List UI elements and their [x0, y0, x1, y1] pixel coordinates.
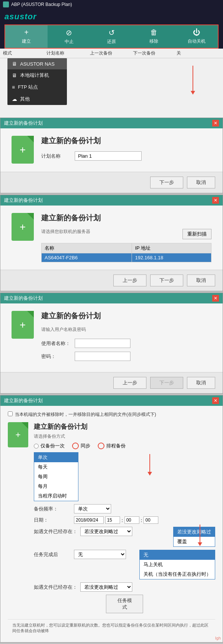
radio-schedule-circle [98, 443, 104, 449]
after-label: 任务完成后 [34, 551, 71, 558]
radio-group: 仅备份一次 同步 排程备份 [34, 443, 215, 449]
password-input[interactable] [75, 352, 130, 361]
exist-opt-overwrite[interactable]: 覆盖 [174, 537, 215, 546]
dropdown-label-asustor: ASUSTOR NAS [20, 61, 55, 67]
dropdown-item-asustor[interactable]: 🖥 ASUSTOR NAS [7, 58, 67, 69]
date-input[interactable] [74, 516, 104, 524]
restore-icon: ↺ [109, 28, 115, 37]
hour-input[interactable] [105, 516, 120, 524]
server-name: AS6404T-F2B6 [42, 253, 132, 262]
freq-opt-weekly[interactable]: 每周 [34, 472, 78, 482]
restore-button[interactable]: ↺ 还原 [90, 25, 133, 48]
freq-opt-daily[interactable]: 每天 [34, 462, 78, 472]
radio-schedule[interactable]: 排程备份 [98, 443, 126, 449]
exist-select[interactable]: 若没更改则略过 [80, 527, 132, 536]
freq-opt-monthly[interactable]: 每月 [34, 482, 78, 491]
exist-row: 如遇文件已经存在： 若没更改则略过 若没更改则略过 覆盖 [34, 527, 215, 547]
exist-opt-skip[interactable]: 若没更改则略过 [174, 527, 215, 537]
plan-label: 计划名称 [41, 153, 71, 160]
dialog1-heading: 建立新的备份计划 [41, 136, 142, 146]
dialog1-cancel-button[interactable]: 取消 [187, 177, 215, 188]
radio-once-input[interactable] [34, 444, 39, 448]
radio-sync[interactable]: 同步 [72, 443, 90, 449]
frequency-select[interactable]: 单次 [74, 504, 111, 513]
logo: asustor [4, 12, 219, 22]
after-opt-none[interactable]: 无 [140, 550, 215, 560]
dropdown-menu: 🖥 ASUSTOR NAS 🖥 本地端计算机 ≡ FTP 站点 ☁ 其他 [7, 58, 67, 105]
remove-button[interactable]: 🗑 移除 [133, 25, 175, 48]
create-button[interactable]: + 建立 [5, 25, 48, 48]
dropdown-item-ftp[interactable]: ≡ FTP 站点 [7, 81, 67, 93]
other-icon: ☁ [12, 96, 17, 102]
after-select[interactable]: 无 [74, 550, 126, 559]
after-field-row: 任务完成后 无 [34, 550, 126, 559]
sec-input[interactable] [143, 516, 158, 524]
rescan-button[interactable]: 重新扫描 [182, 229, 211, 239]
dropdown-item-local[interactable]: 🖥 本地端计算机 [7, 69, 67, 81]
watermark: Igh [215, 636, 221, 640]
dialog2-next-button[interactable]: 下一步 [150, 275, 183, 286]
server-table: 名称 IP 地址 AS6404T-F2B6 192.168.1.18 [41, 243, 211, 262]
dialog2-footer: 上一步 下一步 取消 [0, 270, 223, 291]
server-ip: 192.168.1.18 [132, 253, 211, 262]
dialog-step4: 建立新的备份计划 ✕ 当本机端的文件被移除时，一并移除目的端上相同的文件(在同步… [0, 395, 223, 643]
username-label: 使用者名称： [41, 340, 71, 347]
ftp-icon: ≡ [12, 84, 15, 90]
dialog3-hint: 请输入用户名称及密码 [41, 326, 211, 333]
arrow2-head [198, 542, 202, 546]
remove-label: 移除 [149, 38, 158, 45]
date-label: 日期： [34, 517, 71, 523]
dialog2-cancel-button[interactable]: 取消 [187, 275, 215, 286]
doc4-plus-icon: + [15, 430, 20, 440]
server-row[interactable]: AS6404T-F2B6 192.168.1.18 [42, 253, 211, 262]
sync-checkbox-label: 当本机端的文件被移除时，一并移除目的端上相同的文件(在同步模式下) [15, 411, 156, 418]
dropdown-and-side: 单次 每天 每周 每月 当程序启动时 [34, 452, 215, 501]
sync-checkbox[interactable] [8, 411, 13, 416]
username-input[interactable] [75, 339, 130, 348]
dialog3-titlebar: 建立新的备份计划 ✕ [0, 293, 223, 303]
task-mode-button[interactable]: 任务模式 [106, 595, 143, 613]
frequency-dropdown-open[interactable]: 单次 每天 每周 每月 当程序启动时 [34, 452, 78, 501]
plan-name-row: 计划名称 [41, 151, 142, 161]
password-label: 密码： [41, 353, 71, 360]
dialog1-titlebar: 建立新的备份计划 ✕ [0, 118, 223, 128]
dialog3-close[interactable]: ✕ [212, 295, 219, 302]
radio-once[interactable]: 仅备份一次 [34, 443, 65, 449]
app-header: asustor + 建立 ⊘ 中止 ↺ 还原 🗑 移除 ⏻ 自动关机 [0, 9, 223, 49]
dialog3-prev-button[interactable]: 上一步 [113, 377, 146, 389]
dialog1-next-button[interactable]: 下一步 [150, 177, 183, 188]
dialog4-body: 当本机端的文件被移除时，一并移除目的端上相同的文件(在同步模式下) + 建立新的… [0, 406, 223, 642]
plan-name-input[interactable] [75, 151, 142, 161]
dialog4-hint: 请选择备份方式 [34, 433, 215, 440]
dialog3-cancel-button[interactable]: 取消 [187, 377, 215, 389]
dialog2-close[interactable]: ✕ [212, 197, 219, 204]
after-opt-shutdown2[interactable]: 关机（当没有任务正在执行时） [140, 569, 215, 579]
exist2-row: 如遇文件已经存在： 若没更改则略过 [34, 582, 215, 592]
col-plan: 计划名称 [46, 50, 90, 56]
arrow1-line [149, 454, 150, 473]
exist2-select[interactable]: 若没更改则略过 [80, 582, 132, 592]
after-row: 任务完成后 无 无 马上关机 关机（当没有任务正在执行时） [34, 550, 215, 579]
date-row: 日期： : : [34, 516, 215, 524]
dialog1-close[interactable]: ✕ [212, 120, 219, 126]
dialog2-prev-button[interactable]: 上一步 [113, 275, 146, 286]
stop-button[interactable]: ⊘ 中止 [48, 25, 90, 48]
after-opt-shutdown[interactable]: 马上关机 [140, 560, 215, 569]
dialog2-title: 建立新的备份计划 [4, 197, 43, 204]
arrow-line [193, 66, 193, 92]
min-input[interactable] [125, 516, 139, 524]
exist-field-row: 如遇文件已经存在： 若没更改则略过 [34, 527, 132, 536]
after-side-dropdown: 无 马上关机 关机（当没有任务正在执行时） [139, 550, 215, 579]
autoshutdown-icon: ⏻ [193, 28, 200, 37]
dropdown-item-other[interactable]: ☁ 其他 [7, 93, 67, 105]
freq-opt-startup[interactable]: 当程序启动时 [34, 491, 78, 501]
dialog4-close[interactable]: ✕ [212, 397, 219, 404]
doc2-plus-icon: + [20, 221, 26, 233]
autoshutdown-button[interactable]: ⏻ 自动关机 [175, 25, 218, 48]
server-col-ip: IP 地址 [132, 243, 211, 253]
dialog-step1: 建立新的备份计划 ✕ + 建立新的备份计划 计划名称 下一步 取消 [0, 118, 223, 193]
dropdown-area: 🖥 ASUSTOR NAS 🖥 本地端计算机 ≡ FTP 站点 ☁ 其他 [0, 58, 223, 118]
freq-opt-once[interactable]: 单次 [34, 453, 78, 462]
time-sep1: : [122, 518, 123, 523]
autoshutdown-label: 自动关机 [188, 38, 206, 45]
